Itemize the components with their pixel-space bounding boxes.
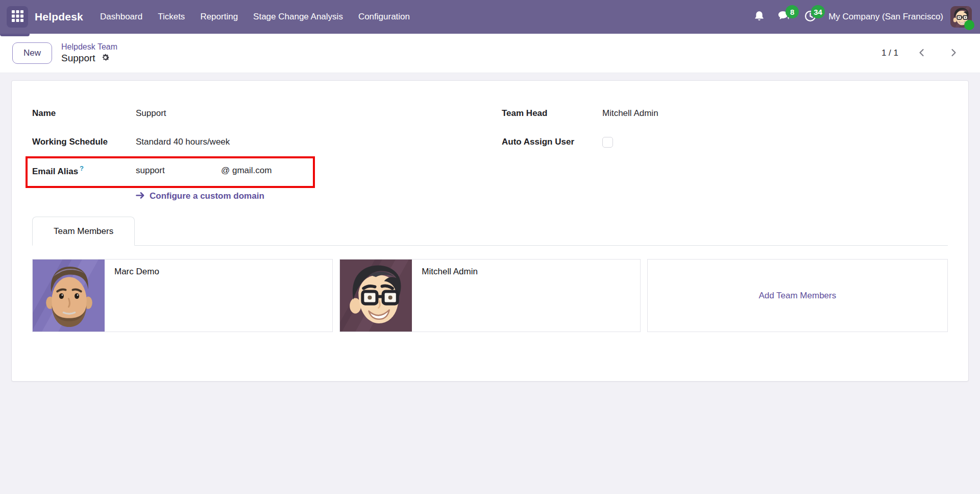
gear-icon: [101, 53, 110, 64]
form-right-column: Team Head Mitchell Admin Auto Assign Use…: [490, 99, 948, 203]
user-menu-avatar[interactable]: [950, 6, 972, 28]
working-schedule-label: Working Schedule: [32, 137, 136, 147]
avatar-mitchell-admin: [340, 260, 412, 332]
active-app-indicator: [0, 34, 30, 36]
email-alias-label: Email Alias?: [32, 164, 136, 177]
help-question-icon: ?: [80, 164, 84, 172]
form-left-column: Name Support Working Schedule Standard 4…: [32, 99, 490, 203]
notifications-button[interactable]: [749, 7, 769, 27]
breadcrumb-parent-link[interactable]: Helpdesk Team: [61, 42, 117, 52]
member-card-marc-demo[interactable]: Marc Demo: [32, 259, 333, 332]
control-panel: New Helpdesk Team Support 1 / 1: [0, 34, 980, 73]
auto-assign-label: Auto Assign User: [502, 137, 602, 147]
form-sheet: Name Support Working Schedule Standard 4…: [11, 80, 969, 382]
field-row-auto-assign: Auto Assign User: [502, 128, 948, 156]
bell-icon: [754, 10, 765, 24]
arrow-right-icon: [136, 192, 145, 201]
pager: 1 / 1: [881, 44, 962, 62]
member-card-mitchell-admin[interactable]: Mitchell Admin: [339, 259, 640, 332]
menu-item-configuration[interactable]: Configuration: [351, 7, 418, 27]
pager-previous-button[interactable]: [914, 44, 930, 62]
team-head-value[interactable]: Mitchell Admin: [602, 108, 658, 119]
tab-team-members[interactable]: Team Members: [32, 217, 135, 246]
app-brand-helpdesk[interactable]: Helpdesk: [35, 11, 83, 23]
email-alias-local-part[interactable]: support: [136, 166, 221, 176]
activities-button[interactable]: 34: [800, 7, 820, 27]
field-row-working-schedule: Working Schedule Standard 40 hours/week: [32, 128, 490, 156]
working-schedule-value[interactable]: Standard 40 hours/week: [136, 137, 230, 147]
add-team-members-card[interactable]: Add Team Members: [647, 259, 948, 332]
apps-grid-icon: [12, 10, 23, 24]
top-navbar: Helpdesk Dashboard Tickets Reporting Sta…: [0, 0, 980, 34]
team-head-label: Team Head: [502, 108, 602, 119]
apps-menu-button[interactable]: [7, 6, 28, 28]
online-status-dot: [964, 20, 974, 30]
member-name: Marc Demo: [105, 260, 169, 332]
main-menu: Dashboard Tickets Reporting Stage Change…: [92, 7, 418, 27]
field-row-name: Name Support: [32, 99, 490, 128]
new-button[interactable]: New: [12, 42, 52, 64]
field-row-team-head: Team Head Mitchell Admin: [502, 99, 948, 128]
name-field-value[interactable]: Support: [136, 108, 166, 119]
email-alias-domain[interactable]: @ gmail.com: [221, 166, 272, 176]
pager-value: 1 / 1: [881, 48, 898, 58]
configure-custom-domain-link[interactable]: Configure a custom domain: [136, 189, 490, 203]
record-settings-button[interactable]: [101, 53, 110, 64]
name-field-label: Name: [32, 108, 136, 119]
auto-assign-checkbox[interactable]: [602, 137, 613, 148]
menu-item-stage-change-analysis[interactable]: Stage Change Analysis: [246, 7, 351, 27]
company-switcher[interactable]: My Company (San Francisco): [828, 12, 943, 22]
avatar-marc-demo: [33, 260, 105, 332]
configure-custom-domain-label: Configure a custom domain: [150, 191, 264, 201]
menu-item-dashboard[interactable]: Dashboard: [92, 7, 150, 27]
team-members-list: Marc Demo: [32, 259, 948, 332]
menu-item-reporting[interactable]: Reporting: [192, 7, 246, 27]
breadcrumb-current: Support: [61, 53, 95, 64]
messages-button[interactable]: 8: [774, 7, 795, 27]
notebook-tabs: Team Members: [32, 217, 948, 246]
chevron-left-icon: [916, 46, 928, 60]
add-team-members-label: Add Team Members: [758, 291, 836, 301]
pager-next-button[interactable]: [945, 44, 962, 62]
field-row-email-alias: Email Alias? support @ gmail.com: [32, 156, 490, 185]
form-fields: Name Support Working Schedule Standard 4…: [32, 99, 948, 203]
messages-count-badge: 8: [786, 5, 799, 18]
menu-item-tickets[interactable]: Tickets: [150, 7, 192, 27]
chevron-right-icon: [947, 46, 960, 60]
member-name: Mitchell Admin: [412, 260, 487, 332]
activities-count-badge: 34: [811, 5, 825, 18]
breadcrumb: Helpdesk Team Support: [61, 42, 117, 64]
